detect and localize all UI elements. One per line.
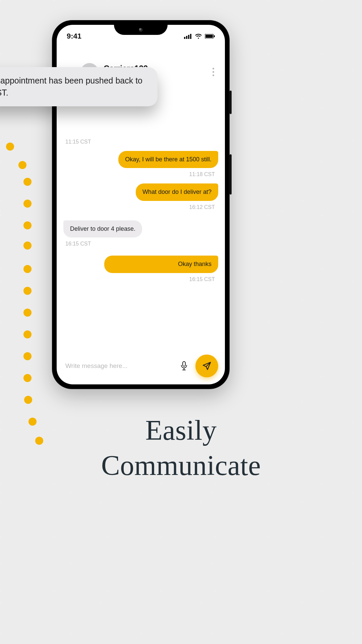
svg-rect-8	[183, 362, 185, 366]
message-timestamp: 11:18 CST	[63, 171, 215, 177]
message-row-sent: Okay thanks	[63, 256, 218, 273]
svg-rect-2	[188, 35, 189, 39]
svg-rect-5	[205, 35, 213, 38]
status-icons	[184, 34, 215, 39]
message-timestamp: 16:15 CST	[63, 276, 215, 282]
svg-rect-6	[214, 35, 215, 37]
trail-dot	[23, 241, 32, 250]
svg-rect-3	[190, 34, 191, 39]
trail-dot	[23, 200, 32, 208]
trail-dot	[23, 330, 32, 338]
status-time: 9:41	[67, 32, 81, 41]
promo-tagline: Easily Communicate	[0, 413, 362, 483]
more-options-button[interactable]	[208, 68, 218, 76]
trail-dot	[24, 396, 32, 404]
cellular-signal-icon	[184, 34, 192, 39]
message-timestamp: 11:15 CST	[65, 139, 218, 145]
message-bubble-sent[interactable]: What door do I deliver at?	[136, 183, 218, 201]
message-composer: Write message here...	[63, 354, 218, 378]
message-bubble-received[interactable]: Deliver to door 4 please.	[63, 220, 142, 237]
trail-dot	[6, 143, 14, 151]
trail-dot	[23, 265, 32, 273]
trail-dot	[23, 287, 32, 295]
trail-dot	[23, 309, 32, 317]
trail-dot	[23, 374, 32, 382]
wifi-icon	[195, 34, 202, 39]
trail-dot	[18, 161, 26, 169]
message-bubble-sent[interactable]: Okay thanks	[104, 256, 218, 273]
send-button[interactable]	[195, 355, 218, 377]
phone-side-button	[230, 154, 232, 195]
dots-vertical-icon	[213, 68, 214, 69]
message-row-sent: What door do I deliver at?	[63, 183, 218, 201]
message-timestamp: 16:15 CST	[65, 241, 218, 247]
svg-rect-1	[186, 36, 187, 39]
messages-list[interactable]: 11:15 CST Okay, I will be there at 1500 …	[57, 92, 225, 351]
trail-dot	[23, 178, 32, 186]
message-row-sent: Okay, I will be there at 1500 still.	[63, 151, 218, 168]
microphone-button[interactable]	[177, 359, 191, 373]
svg-rect-0	[184, 37, 185, 39]
trail-dot	[23, 221, 32, 229]
tagline-line-2: Communicate	[0, 448, 362, 483]
message-bubble-sent[interactable]: Okay, I will be there at 1500 still.	[118, 151, 218, 168]
battery-icon	[205, 34, 215, 39]
tagline-line-1: Easily	[0, 413, 362, 448]
send-icon	[202, 361, 212, 371]
highlight-message-bubble: Hi, your appointment has been pushed bac…	[0, 67, 158, 106]
message-input[interactable]: Write message here...	[63, 358, 173, 374]
microphone-icon	[180, 361, 188, 371]
message-timestamp: 16:12 CST	[63, 204, 215, 210]
message-row-received: Deliver to door 4 please.	[63, 220, 218, 237]
phone-notch	[114, 25, 168, 35]
phone-side-button	[230, 91, 232, 114]
trail-dot	[23, 352, 32, 360]
